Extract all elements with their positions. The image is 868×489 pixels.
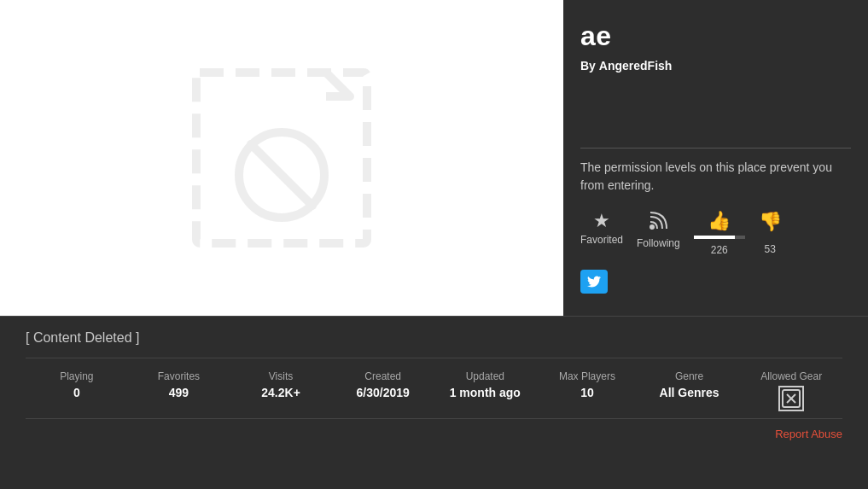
top-section: ae By AngeredFish The permission levels … bbox=[0, 0, 868, 316]
svg-line-2 bbox=[251, 144, 312, 206]
vote-bar bbox=[694, 236, 745, 239]
allowed-gear-icon bbox=[778, 386, 804, 411]
stat-playing-value: 0 bbox=[73, 386, 80, 399]
stat-updated-value: 1 month ago bbox=[450, 386, 521, 399]
game-image-area bbox=[0, 0, 563, 316]
stats-row: Playing 0 Favorites 499 Visits 24.2K+ Cr… bbox=[26, 358, 842, 419]
svg-point-3 bbox=[650, 224, 655, 230]
feed-icon bbox=[649, 212, 667, 234]
vote-up-count: 226 bbox=[711, 244, 728, 256]
author-name: AngeredFish bbox=[599, 59, 673, 73]
bottom-section: [ Content Deleted ] Playing 0 Favorites … bbox=[0, 316, 868, 451]
permission-message: The permission levels on this place prev… bbox=[580, 148, 851, 195]
stat-created: Created 6/30/2019 bbox=[332, 370, 434, 411]
stat-max-players-value: 10 bbox=[580, 386, 594, 399]
star-icon: ★ bbox=[593, 212, 610, 230]
vote-down-count: 53 bbox=[765, 243, 776, 255]
stat-genre-value: All Genres bbox=[660, 386, 719, 399]
stat-visits-value: 24.2K+ bbox=[261, 386, 300, 399]
content-deleted-label: [ Content Deleted ] bbox=[26, 330, 842, 358]
stat-favorites: Favorites 499 bbox=[128, 370, 230, 411]
thumbs-down-icon: 👎 bbox=[759, 212, 782, 231]
game-author: By AngeredFish bbox=[580, 59, 851, 73]
stat-updated: Updated 1 month ago bbox=[434, 370, 537, 411]
stat-max-players: Max Players 10 bbox=[536, 370, 638, 411]
vote-up-button[interactable]: 👍 226 bbox=[694, 212, 745, 256]
following-button[interactable]: Following bbox=[637, 212, 680, 249]
info-panel: ae By AngeredFish The permission levels … bbox=[563, 0, 868, 316]
stat-visits: Visits 24.2K+ bbox=[230, 370, 332, 411]
stat-updated-label: Updated bbox=[466, 370, 504, 382]
author-label: By bbox=[580, 59, 596, 73]
following-label: Following bbox=[637, 237, 680, 249]
stat-genre-label: Genre bbox=[675, 370, 703, 382]
twitter-button[interactable] bbox=[580, 270, 608, 294]
stat-visits-label: Visits bbox=[269, 370, 293, 382]
main-container: ae By AngeredFish The permission levels … bbox=[0, 0, 868, 489]
game-title: ae bbox=[580, 20, 851, 52]
stat-max-players-label: Max Players bbox=[559, 370, 615, 382]
report-abuse-button[interactable]: Report Abuse bbox=[775, 428, 842, 440]
thumbs-up-icon: 👍 bbox=[708, 212, 731, 230]
stat-playing: Playing 0 bbox=[26, 370, 128, 411]
vote-bar-fill bbox=[694, 236, 736, 239]
vote-down-button[interactable]: 👎 53 bbox=[759, 212, 782, 255]
vote-group: 👍 226 👎 53 bbox=[694, 212, 782, 256]
stat-created-value: 6/30/2019 bbox=[357, 386, 410, 399]
no-image-icon bbox=[179, 55, 384, 260]
stat-allowed-gear: Allowed Gear bbox=[740, 370, 842, 411]
stat-allowed-gear-label: Allowed Gear bbox=[760, 370, 822, 382]
favorited-button[interactable]: ★ Favorited bbox=[580, 212, 623, 246]
stat-playing-label: Playing bbox=[60, 370, 93, 382]
stat-favorites-value: 499 bbox=[169, 386, 189, 399]
action-buttons-row: ★ Favorited Following bbox=[580, 212, 851, 256]
report-row: Report Abuse bbox=[26, 419, 842, 444]
social-row bbox=[580, 270, 851, 294]
stat-created-label: Created bbox=[364, 370, 401, 382]
stat-genre: Genre All Genres bbox=[638, 370, 741, 411]
stat-favorites-label: Favorites bbox=[158, 370, 200, 382]
favorited-label: Favorited bbox=[580, 234, 623, 246]
